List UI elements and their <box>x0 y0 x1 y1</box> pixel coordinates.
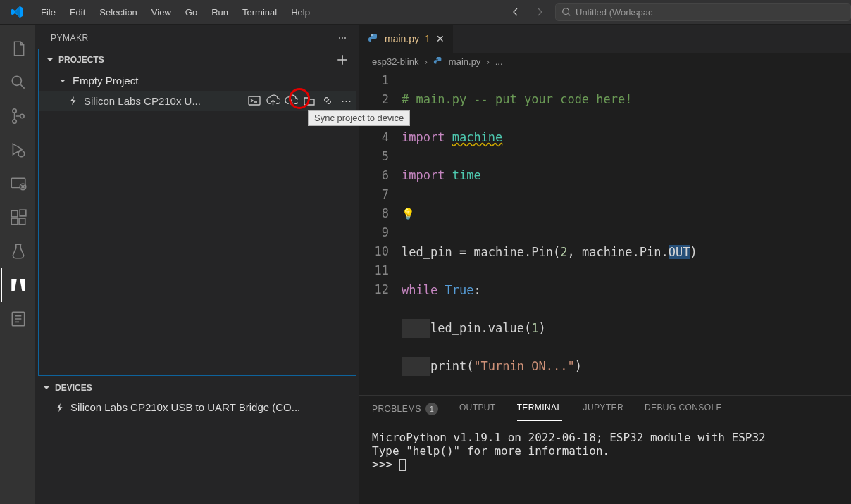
lightning-icon <box>55 403 65 412</box>
search-icon <box>561 7 571 17</box>
svg-point-5 <box>18 151 25 157</box>
terminal-icon[interactable] <box>247 94 261 108</box>
device-more-icon[interactable]: ⋯ <box>339 94 353 108</box>
tab-filename: main.py <box>385 33 419 44</box>
menu-view[interactable]: View <box>144 3 178 22</box>
chevron-down-icon <box>42 384 51 392</box>
device-name-full: Silicon Labs CP210x USB to UART Bridge (… <box>70 401 300 413</box>
svg-point-14 <box>371 34 373 36</box>
search-activity[interactable] <box>1 65 35 99</box>
devices-header[interactable]: DEVICES <box>35 379 359 397</box>
unlink-icon[interactable] <box>321 94 335 108</box>
lightbulb-icon[interactable]: 💡 <box>402 208 415 220</box>
bookmark-activity[interactable] <box>1 302 35 336</box>
sidebar-more-icon[interactable]: ⋯ <box>338 33 347 43</box>
code-editor[interactable]: 123456789101112 # main.py -- put your co… <box>359 70 851 395</box>
tab-dirty-indicator: 1 <box>425 33 430 44</box>
menu-go[interactable]: Go <box>178 3 204 22</box>
tooltip: Sync project to device <box>308 110 410 126</box>
svg-rect-13 <box>249 96 260 105</box>
tab-terminal[interactable]: TERMINAL <box>517 403 562 421</box>
run-debug-activity[interactable] <box>1 133 35 167</box>
svg-point-1 <box>12 76 21 85</box>
tab-output[interactable]: OUTPUT <box>459 403 496 421</box>
svg-rect-11 <box>20 210 26 216</box>
device-name-short: Silicon Labs CP210x U... <box>84 95 201 107</box>
svg-point-3 <box>13 120 16 123</box>
python-icon <box>368 33 379 44</box>
menu-run[interactable]: Run <box>204 3 235 22</box>
project-name: Empty Project <box>73 75 138 87</box>
svg-rect-10 <box>19 218 25 225</box>
tab-jupyter[interactable]: JUPYTER <box>583 403 623 421</box>
sidebar-title: PYMAKR <box>51 33 89 43</box>
projects-header[interactable]: PROJECTS <box>39 49 356 70</box>
activity-bar <box>0 25 35 504</box>
search-placeholder: Untitled (Workspac <box>576 7 653 18</box>
chevron-down-icon <box>58 77 67 85</box>
project-item[interactable]: Empty Project <box>39 70 356 91</box>
menu-terminal[interactable]: Terminal <box>235 3 284 22</box>
remote-activity[interactable] <box>1 167 35 201</box>
crumb-folder[interactable]: esp32-blink <box>372 56 419 67</box>
projects-section: PROJECTS Empty Project Silicon Labs CP21… <box>38 49 356 376</box>
python-icon <box>433 56 443 66</box>
menu-bar: File Edit Selection View Go Run Terminal… <box>34 3 317 22</box>
menu-selection[interactable]: Selection <box>92 3 144 22</box>
svg-point-4 <box>20 114 24 118</box>
testing-activity[interactable] <box>1 234 35 268</box>
command-center-search[interactable]: Untitled (Workspac <box>555 3 851 21</box>
terminal-cursor <box>399 459 406 471</box>
chevron-down-icon <box>46 56 54 64</box>
svg-point-0 <box>563 8 569 15</box>
source-control-activity[interactable] <box>1 99 35 133</box>
editor-tabs: main.py 1 ✕ <box>359 25 851 53</box>
tab-debug-console[interactable]: DEBUG CONSOLE <box>645 403 722 421</box>
bottom-panel: PROBLEMS1 OUTPUT TERMINAL JUPYTER DEBUG … <box>359 395 851 504</box>
svg-rect-8 <box>11 210 18 217</box>
device-item[interactable]: Silicon Labs CP210x USB to UART Bridge (… <box>35 397 359 417</box>
terminal-output[interactable]: MicroPython v1.19.1 on 2022-06-18; ESP32… <box>359 421 851 504</box>
vscode-logo-icon <box>10 5 24 19</box>
folder-icon[interactable] <box>302 94 316 108</box>
menu-help[interactable]: Help <box>284 3 317 22</box>
crumb-file[interactable]: main.py <box>449 56 481 67</box>
editor-area: main.py 1 ✕ esp32-blink › main.py › ... … <box>359 25 851 504</box>
problems-count-badge: 1 <box>426 403 438 415</box>
nav-forward-button[interactable] <box>531 4 548 20</box>
extensions-activity[interactable] <box>1 201 35 234</box>
svg-rect-9 <box>11 218 18 225</box>
tab-problems[interactable]: PROBLEMS1 <box>372 403 438 421</box>
sync-upload-icon[interactable] <box>266 94 280 108</box>
title-bar: File Edit Selection View Go Run Terminal… <box>0 0 851 25</box>
lightning-icon <box>68 96 78 106</box>
sidebar: PYMAKR ⋯ PROJECTS Empty Project Silicon … <box>35 25 359 504</box>
project-device-row[interactable]: Silicon Labs CP210x U... ⋯ Sync project … <box>39 91 356 111</box>
breadcrumb[interactable]: esp32-blink › main.py › ... <box>359 53 851 70</box>
nav-back-button[interactable] <box>507 4 524 20</box>
menu-file[interactable]: File <box>34 3 63 22</box>
tab-main-py[interactable]: main.py 1 ✕ <box>359 25 454 53</box>
svg-point-2 <box>13 109 16 113</box>
code-content[interactable]: # main.py -- put your code here! import … <box>402 71 851 395</box>
pymakr-activity[interactable] <box>1 268 35 302</box>
tab-close-icon[interactable]: ✕ <box>436 33 445 44</box>
download-cloud-icon[interactable] <box>284 94 298 108</box>
menu-edit[interactable]: Edit <box>63 3 92 22</box>
explorer-activity[interactable] <box>1 32 35 65</box>
add-project-button[interactable] <box>336 53 349 66</box>
